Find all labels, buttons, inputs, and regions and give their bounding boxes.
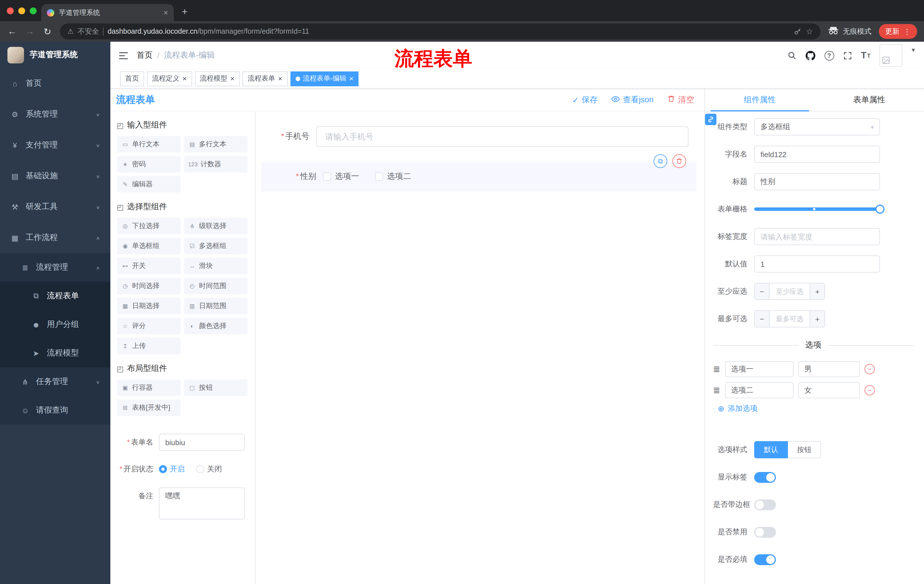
back-button[interactable]: ← (7, 26, 17, 36)
component-chip[interactable]: ⊷开关 (117, 258, 181, 274)
default-value-input[interactable] (754, 255, 880, 273)
search-icon[interactable] (787, 51, 796, 60)
checkbox-option-2[interactable]: 选项二 (375, 171, 411, 182)
component-type-select[interactable]: 多选框组 ▾ (754, 118, 880, 135)
style-button-button[interactable]: 按钮 (788, 441, 821, 458)
reload-button[interactable]: ↻ (42, 26, 53, 37)
new-tab-button[interactable]: + (182, 6, 188, 18)
sidebar-item[interactable]: ⧉流程表单 (0, 282, 111, 310)
close-icon[interactable]: × (230, 75, 234, 82)
fullscreen-icon[interactable] (843, 51, 852, 60)
canvas-field-gender-selected[interactable]: ⧉ *性别 选项一 选项二 (261, 162, 696, 191)
component-chip[interactable]: ▢按钮 (184, 380, 248, 396)
component-chip[interactable]: ▤多行文本 (184, 136, 248, 153)
option-value-input[interactable] (798, 382, 860, 398)
add-option-button[interactable]: ⊕ 添加选项 (718, 403, 914, 414)
forward-button[interactable]: → (25, 26, 35, 36)
close-icon[interactable]: × (182, 75, 187, 82)
option-value-input[interactable] (798, 361, 860, 377)
decrease-button[interactable]: − (755, 283, 770, 299)
component-chip[interactable]: ∗密码 (117, 156, 181, 173)
sidebar-item[interactable]: ▤基础设施∨ (0, 161, 111, 191)
user-avatar[interactable] (880, 44, 903, 67)
security-label[interactable]: 不安全 (78, 26, 99, 36)
form-name-input[interactable] (159, 434, 245, 451)
browser-tab[interactable]: 芋道管理系统 × (41, 4, 174, 21)
slider-handle[interactable] (875, 204, 884, 214)
checkbox-option-1[interactable]: 选项一 (323, 171, 359, 182)
sidebar-item[interactable]: ⌂首页 (0, 68, 111, 99)
copy-component-button[interactable]: ⧉ (653, 154, 667, 168)
clear-button[interactable]: 清空 (667, 95, 694, 105)
address-bar[interactable]: ⚠ 不安全 dashboard.yudao.iocoder.cn/bpm/man… (60, 23, 820, 39)
component-chip[interactable]: ☆评分 (117, 318, 181, 334)
component-chip[interactable]: ↥上传 (117, 338, 181, 354)
component-chip[interactable]: ☑多选框组 (184, 238, 248, 254)
toggle-switch[interactable] (754, 499, 776, 510)
toggle-switch[interactable] (754, 526, 776, 538)
drag-handle-icon[interactable]: ≣ (713, 385, 720, 395)
status-radio-on[interactable]: 开启 (159, 464, 185, 474)
tab-close-icon[interactable]: × (163, 8, 168, 16)
component-chip[interactable]: ◷时间选择 (117, 278, 181, 294)
sidebar-item[interactable]: ≣流程管理∧ (0, 253, 111, 282)
component-chip[interactable]: ✎编辑器 (117, 176, 181, 192)
link-icon[interactable] (705, 114, 716, 125)
drag-handle-icon[interactable]: ≣ (713, 364, 720, 374)
sidebar-item[interactable]: ⚙系统管理∨ (0, 99, 111, 130)
min-select-input[interactable] (770, 283, 810, 299)
window-zoom-button[interactable] (30, 7, 36, 14)
label-width-input[interactable] (754, 228, 880, 245)
window-minimize-button[interactable] (18, 7, 25, 14)
component-chip[interactable]: ⋔级联选择 (184, 218, 248, 234)
font-size-icon[interactable]: TT (861, 50, 871, 61)
grid-slider[interactable] (754, 201, 880, 218)
component-chip[interactable]: ◐颜色选择 (184, 318, 248, 334)
sidebar-item[interactable]: ➤流程模型 (0, 339, 111, 367)
tab-component-props[interactable]: 组件属性 (705, 89, 815, 111)
sidebar-item[interactable]: ⚒研发工具∨ (0, 191, 111, 222)
avatar-caret-icon[interactable]: ▾ (912, 46, 915, 54)
tag-view[interactable]: 流程表单-编辑× (290, 71, 359, 86)
toggle-switch[interactable] (754, 472, 776, 482)
close-icon[interactable]: × (278, 75, 282, 82)
component-chip[interactable]: ◉单选框组 (117, 238, 181, 254)
breadcrumb-home[interactable]: 首页 (137, 50, 153, 61)
component-chip[interactable]: ▣行容器 (117, 380, 181, 396)
tag-view[interactable]: 流程模型× (195, 71, 239, 86)
sidebar-item[interactable]: ☺请假查询 (0, 396, 111, 424)
title-input[interactable] (754, 173, 880, 190)
update-button[interactable]: 更新 ⋮ (879, 24, 917, 39)
tab-form-props[interactable]: 表单属性 (815, 89, 924, 111)
tag-view[interactable]: 流程表单× (243, 71, 287, 86)
tag-view[interactable]: 首页 (120, 71, 144, 86)
github-icon[interactable] (805, 51, 815, 60)
option-name-input[interactable] (725, 361, 794, 377)
help-icon[interactable]: ? (824, 51, 834, 60)
remark-textarea[interactable] (159, 487, 245, 520)
component-chip[interactable]: ↔滑块 (184, 258, 248, 274)
sidebar-item[interactable]: ¥支付管理∨ (0, 130, 111, 161)
delete-component-button[interactable] (672, 154, 686, 168)
component-chip[interactable]: ▦日期选择 (117, 298, 181, 314)
component-chip[interactable]: 123计数器 (184, 156, 248, 173)
increase-button[interactable]: + (810, 283, 825, 299)
style-default-button[interactable]: 默认 (754, 441, 788, 458)
option-name-input[interactable] (725, 382, 794, 398)
component-chip[interactable]: ◎下拉选择 (117, 218, 181, 234)
bookmark-star-icon[interactable]: ☆ (806, 27, 813, 36)
save-button[interactable]: ✓ 保存 (572, 95, 597, 105)
decrease-button[interactable]: − (755, 311, 770, 327)
menu-dots-icon[interactable]: ⋮ (903, 27, 911, 36)
toggle-switch[interactable] (754, 554, 776, 565)
component-chip[interactable]: ◴时间范围 (184, 278, 248, 294)
component-chip[interactable]: ▥日期范围 (184, 298, 248, 314)
max-select-input[interactable] (770, 311, 810, 327)
status-radio-off[interactable]: 关闭 (196, 464, 222, 474)
canvas-field-phone[interactable]: *手机号 (261, 126, 688, 147)
component-chip[interactable]: ⊞表格[开发中] (117, 400, 181, 416)
remove-option-icon[interactable]: − (864, 385, 874, 395)
hamburger-icon[interactable] (118, 51, 129, 60)
view-json-button[interactable]: 查看json (612, 95, 653, 105)
increase-button[interactable]: + (810, 311, 825, 327)
